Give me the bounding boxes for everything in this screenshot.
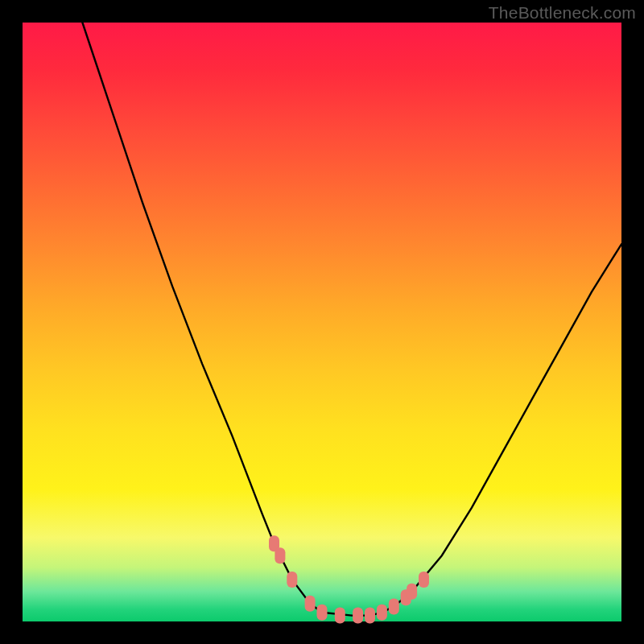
chart-svg	[23, 23, 621, 621]
curve-marker	[377, 605, 387, 621]
curve-marker	[353, 608, 363, 624]
curve-marker	[317, 605, 328, 621]
plot-area	[23, 23, 621, 621]
curve-marker	[305, 596, 316, 612]
watermark-text: TheBottleneck.com	[489, 3, 636, 23]
curve-marker	[287, 572, 297, 588]
curve-marker	[335, 608, 345, 624]
curve-marker	[275, 547, 285, 564]
curve-group	[82, 23, 621, 616]
bottleneck-curve	[82, 23, 621, 616]
curve-marker	[365, 608, 375, 624]
curve-marker	[407, 584, 417, 600]
outer-frame: TheBottleneck.com	[0, 0, 644, 644]
curve-marker	[389, 598, 399, 614]
curve-marker	[419, 572, 429, 588]
markers-group	[269, 535, 429, 623]
